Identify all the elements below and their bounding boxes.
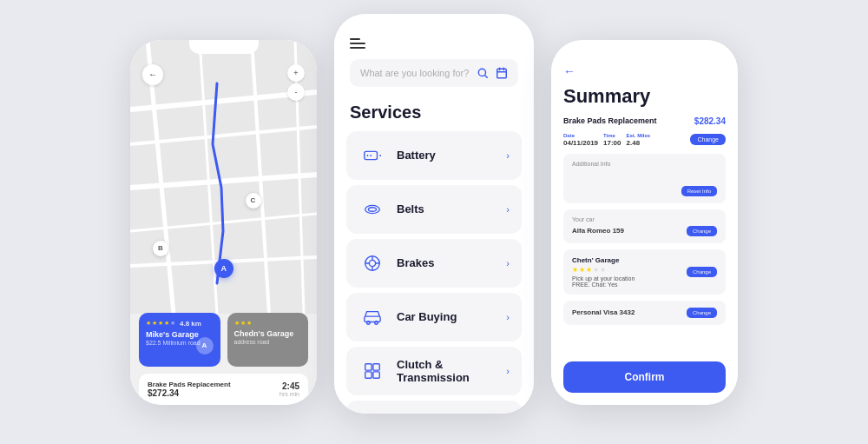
search-icon[interactable] [477,67,489,79]
services-list: Battery › Belts › Brakes › [334,131,534,414]
star3: ★ [247,320,252,327]
bottom-bar: Brake Pads Replacement $272.34 2:45 hrs … [139,374,308,405]
summary-screen: ← Summary Brake Pads Replacement $282.34… [551,40,738,405]
service-name-carbuying: Car Buying [397,310,496,323]
map-marker-b: B [153,241,168,256]
star2: ★ [152,320,157,328]
garage-card-active[interactable]: ★ ★ ★ ★ ★ 4.8 km Mike's Garage $22.5 Mil… [139,313,220,367]
garage1-address: $22.5 Millinium road [146,340,214,346]
bottom-bar-info: Brake Pads Replacement $272.34 [148,381,231,398]
change-car-button[interactable]: Change [687,226,717,236]
star1: ★ [234,320,240,327]
svg-rect-12 [497,69,507,78]
summary-title: Summary [563,85,726,108]
service-name-brakes: Brakes [397,256,496,269]
garage-stars: ★ ★ ★ ★ ★ [572,266,635,274]
star1: ★ [146,320,151,328]
change-payment-button[interactable]: Change [687,308,717,318]
time-value: 17:00 [603,139,621,147]
clutch-icon [358,357,386,385]
bottom-time-info: 2:45 hrs min [279,381,299,397]
date-label: Date [563,133,598,138]
additional-info-section: Additional Info Reset Info [563,154,726,203]
your-car-section: Your car Alfa Romeo 159 Change [563,209,726,243]
service-name-clutch: Clutch & Transmission [397,358,496,384]
map-back-button[interactable]: ← [142,64,163,85]
your-car-label: Your car [572,216,717,222]
notch-center [399,14,469,28]
map-marker-c: C [246,193,261,209]
summary-est: Est. Miles 2.48 [627,133,651,147]
service-item-diagnostics[interactable]: Diagnostics › [346,401,522,414]
carbuying-icon [358,303,386,331]
star2: ★ [240,320,246,327]
phone-center: What are you looking for? Services [334,14,534,414]
phone-right: ← Summary Brake Pads Replacement $282.34… [551,40,738,405]
zoom-out-button[interactable]: - [287,83,305,101]
services-title: Services [334,96,534,131]
svg-point-29 [367,321,371,324]
date-value: 04/11/2019 [563,139,598,147]
map-zoom-controls: + - [287,64,305,101]
battery-icon [358,142,386,169]
service-name-belts: Belts [397,202,496,215]
zoom-in-button[interactable]: + [287,64,305,82]
s-star4: ★ [593,266,599,274]
payment-row: Personal Visa 3432 Change [572,308,717,318]
service-item-belts[interactable]: Belts › [346,185,522,234]
map-marker-a: A [214,259,233,278]
summary-service-price: $282.34 [694,116,726,126]
summary-service-name: Brake Pads Replacement [563,116,657,125]
svg-point-30 [375,321,378,324]
est-label: Est. Miles [627,133,651,138]
garage-free: FREE. Chat: Yes [572,282,635,288]
change-garage-button[interactable]: Change [687,267,717,277]
garage-header-row: Chetn' Garage ★ ★ ★ ★ ★ Pick up at your … [572,256,717,288]
summary-change-date-button[interactable]: Change [690,134,726,145]
svg-rect-34 [373,371,379,377]
summary-back-button[interactable]: ← [563,64,726,78]
search-bar[interactable]: What are you looking for? [350,59,518,87]
garage1-distance: 4.8 km [180,320,201,328]
summary-service-header: Brake Pads Replacement $282.34 [563,116,726,126]
service-item-carbuying[interactable]: Car Buying › [346,293,522,341]
svg-rect-28 [365,316,380,321]
svg-point-23 [369,260,375,266]
hamburger-line-3 [350,47,365,49]
your-car-value: Alfa Romeo 159 [572,227,624,235]
s-star2: ★ [579,266,585,274]
map-screen: ← + - C B A ★ ★ ★ ★ ★ [130,40,317,405]
garage-info: Chetn' Garage ★ ★ ★ ★ ★ Pick up at your … [572,256,635,288]
chevron-brakes: › [506,258,510,268]
service-item-battery[interactable]: Battery › [346,131,522,180]
map-bottom-card: ★ ★ ★ ★ ★ 4.8 km Mike's Garage $22.5 Mil… [130,304,317,405]
confirm-button[interactable]: Confirm [563,361,726,393]
hamburger-line-1 [350,38,360,40]
notch-right [610,40,680,54]
chevron-belts: › [506,204,510,215]
s-star1: ★ [572,266,578,274]
summary-time: Time 17:00 [603,133,621,147]
chevron-battery: › [506,150,510,161]
bottom-service-name: Brake Pads Replacement [148,381,231,388]
garage2-stars: ★ ★ ★ [234,320,302,327]
hamburger-menu[interactable] [350,38,365,49]
svg-point-20 [365,205,380,213]
additional-info-label: Additional Info [572,161,717,167]
reset-info-button[interactable]: Reset Info [681,186,717,196]
service-name-battery: Battery [397,149,496,162]
garage-cards: ★ ★ ★ ★ ★ 4.8 km Mike's Garage $22.5 Mil… [139,313,308,367]
garage1-stars: ★ ★ ★ ★ ★ 4.8 km [146,320,214,328]
summary-date: Date 04/11/2019 [563,133,598,147]
diagnostics-icon [358,411,386,414]
garage-card-inactive[interactable]: ★ ★ ★ Chedn's Garage address road [227,313,309,367]
svg-rect-31 [365,363,372,369]
star3: ★ [158,320,163,328]
service-item-brakes[interactable]: Brakes › [346,239,522,288]
svg-line-11 [485,75,488,77]
calendar-icon[interactable] [496,67,508,79]
search-placeholder: What are you looking for? [360,68,470,78]
chevron-clutch: › [506,366,510,376]
service-item-clutch[interactable]: Clutch & Transmission › [346,347,522,395]
est-value: 2.48 [627,139,651,147]
